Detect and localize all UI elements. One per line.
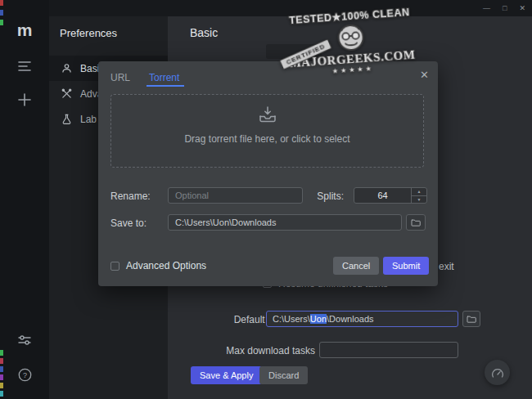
dropzone-hint: Drag torrent file here, or click to sele… <box>111 133 423 145</box>
lab-flask-icon <box>61 114 72 124</box>
plus-icon <box>18 93 31 106</box>
discard-button[interactable]: Discard <box>259 366 308 384</box>
speed-gauge-icon <box>491 367 504 379</box>
cancel-button[interactable]: Cancel <box>333 257 379 275</box>
default-path-selected-text: Uon <box>310 314 327 324</box>
splits-value: 64 <box>354 188 411 203</box>
chevron-down-icon: ▼ <box>417 197 422 202</box>
submit-button[interactable]: Submit <box>383 257 429 275</box>
page-title: Basic <box>190 26 218 39</box>
window-close-button[interactable]: ✕ <box>519 0 525 16</box>
motrix-logo: m <box>0 21 49 39</box>
tab-url[interactable]: URL <box>110 72 130 83</box>
default-path-pre: C:\Users\ <box>273 314 310 324</box>
maximize-button[interactable]: □ <box>503 0 507 16</box>
task-list-icon <box>18 61 31 72</box>
splits-decrement-button[interactable]: ▼ <box>412 196 426 204</box>
advanced-options-checkbox[interactable] <box>110 262 119 271</box>
user-settings-icon <box>61 63 72 74</box>
tab-torrent[interactable]: Torrent <box>149 72 179 83</box>
icon-sidebar: m <box>0 0 49 399</box>
theme-control[interactable] <box>266 44 322 59</box>
splits-label: Splits: <box>303 191 344 202</box>
default-path-post: \Downloads <box>327 314 373 324</box>
rename-input[interactable] <box>168 187 303 204</box>
add-task-button[interactable] <box>0 89 49 110</box>
save-to-label: Save to: <box>110 217 147 229</box>
sliders-icon <box>18 334 31 346</box>
folder-icon <box>467 315 476 323</box>
default-path-browse-button[interactable] <box>462 311 480 327</box>
active-tab-indicator <box>147 85 184 87</box>
chevron-up-icon: ▲ <box>417 189 422 194</box>
preferences-title: Preferences <box>49 16 168 39</box>
help-icon: ? <box>18 368 32 382</box>
app-window: — □ ✕ m <box>0 0 532 399</box>
add-task-dialog: URL Torrent ✕ Drag torrent file here, or… <box>98 61 438 286</box>
splits-spinner: ▲ ▼ <box>411 188 426 203</box>
save-apply-button[interactable]: Save & Apply <box>191 366 262 384</box>
task-list-button[interactable] <box>0 56 49 77</box>
torrent-dropzone[interactable]: Drag torrent file here, or click to sele… <box>110 94 424 168</box>
default-path-input[interactable]: C:\Users\Uon\Downloads <box>266 311 458 327</box>
splits-stepper[interactable]: 64 ▲ ▼ <box>354 187 427 204</box>
inbox-download-icon <box>111 105 423 127</box>
exit-text-fragment: exit <box>439 261 454 272</box>
rename-label: Rename: <box>110 191 151 202</box>
wrench-icon <box>61 88 72 99</box>
dialog-close-button[interactable]: ✕ <box>420 69 429 81</box>
folder-icon <box>411 218 421 226</box>
save-to-browse-button[interactable] <box>406 214 426 231</box>
svg-text:?: ? <box>22 371 26 379</box>
task-row-label: Max download tasks <box>201 345 315 356</box>
splits-increment-button[interactable]: ▲ <box>412 188 426 196</box>
preferences-button[interactable] <box>0 330 49 351</box>
help-button[interactable]: ? <box>0 364 49 385</box>
nav-item-lab-label: Lab <box>80 114 97 125</box>
task-row-input[interactable] <box>319 342 458 358</box>
minimize-button[interactable]: — <box>483 0 490 16</box>
window-controls: — □ ✕ <box>483 0 525 16</box>
advanced-options-label[interactable]: Advanced Options <box>126 260 206 271</box>
titlebar: — □ ✕ <box>0 0 532 16</box>
save-to-input[interactable] <box>168 214 402 231</box>
speed-button[interactable] <box>485 360 510 385</box>
